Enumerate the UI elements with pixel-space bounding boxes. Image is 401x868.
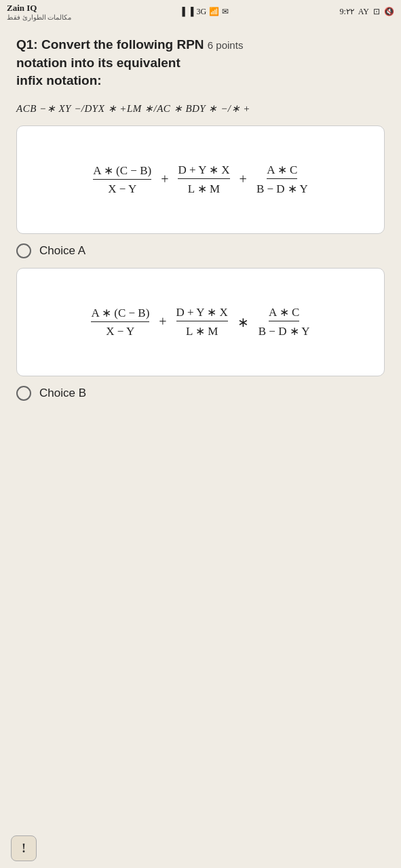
choice-b-den-3: B − D ∗ Y (259, 323, 310, 338)
exclamation-button[interactable]: ! (11, 835, 37, 861)
choice-b-fraction-1: A ∗ (C − B) X − Y (91, 306, 149, 338)
volume-icon: 🔇 (384, 7, 394, 17)
choice-a-fraction-3: A ∗ C B − D ∗ Y (256, 163, 308, 196)
choice-b-card[interactable]: A ∗ (C − B) X − Y + D + Y ∗ X L ∗ M ∗ A … (16, 268, 385, 376)
choice-a-op2: + (240, 172, 247, 187)
question-header: Q1: Convert the following RPN 6 points n… (16, 36, 385, 90)
choice-a-den-1: X − Y (108, 181, 136, 196)
choice-b-op2: ∗ (237, 314, 249, 330)
points-label: 6 points (208, 39, 244, 51)
choice-a-num-2: D + Y ∗ X (178, 163, 229, 179)
choice-b-num-2: D + Y ∗ X (176, 305, 228, 321)
choice-b-den-2: L ∗ M (186, 323, 218, 338)
keyboard-icon: AY (358, 7, 369, 17)
choice-b-fraction-2: D + Y ∗ X L ∗ M (176, 305, 228, 338)
time-display: 9:٢٢ (339, 7, 354, 17)
choice-a-num-1: A ∗ (C − B) (93, 163, 151, 180)
choice-a-radio[interactable] (16, 243, 31, 258)
main-content: Q1: Convert the following RPN 6 points n… (0, 24, 401, 427)
question-line3: infix notation: (16, 73, 102, 87)
choice-b-formula: A ∗ (C − B) X − Y + D + Y ∗ X L ∗ M ∗ A … (91, 305, 309, 338)
status-icons: ✉ 📶 3G ▐▌ (182, 7, 229, 17)
choice-a-fraction-2: D + Y ∗ X L ∗ M (178, 163, 229, 196)
question-label: Q1: Convert the following RPN (16, 37, 204, 52)
choice-a-op1: + (161, 172, 168, 187)
choice-b-row[interactable]: Choice B (16, 386, 385, 401)
rpn-expression: ACB −∗ XY −/DYX ∗ +LM ∗/AC ∗ BDY ∗ −/∗ + (16, 102, 385, 115)
screenshot-icon: ⊡ (373, 7, 380, 17)
choice-b-op1: + (159, 314, 166, 330)
email-icon: ✉ (222, 7, 229, 17)
bottom-bar: ! (0, 829, 401, 868)
choice-b-num-1: A ∗ (C − B) (91, 306, 149, 322)
choice-a-den-3: B − D ∗ Y (256, 180, 308, 196)
signal-label: 3G (196, 7, 206, 17)
choice-a-fraction-1: A ∗ (C − B) X − Y (93, 163, 151, 196)
choice-b-radio[interactable] (16, 386, 31, 401)
choice-b-den-1: X − Y (106, 323, 134, 338)
choice-a-card[interactable]: A ∗ (C − B) X − Y + D + Y ∗ X L ∗ M + A … (16, 125, 385, 234)
status-right: Zain IQ مكالمات الطوارئ فقط (7, 3, 71, 21)
app-name: Zain IQ (7, 3, 37, 14)
status-left: 9:٢٢ AY ⊡ 🔇 (339, 7, 394, 17)
choice-b-fraction-3: A ∗ C B − D ∗ Y (259, 305, 310, 338)
choice-b-label: Choice B (39, 387, 86, 400)
choice-b-num-3: A ∗ C (269, 305, 299, 321)
question-line2: notation into its equivalent (16, 56, 180, 70)
choice-a-formula: A ∗ (C − B) X − Y + D + Y ∗ X L ∗ M + A … (93, 163, 308, 196)
choice-a-num-3: A ∗ C (267, 163, 297, 179)
choice-a-den-2: L ∗ M (188, 180, 220, 196)
signal-bars-icon: ▐▌ (182, 7, 193, 17)
wifi-icon: 📶 (209, 7, 219, 17)
choice-a-label: Choice A (39, 244, 85, 258)
emergency-text: مكالمات الطوارئ فقط (7, 14, 71, 21)
choice-a-row[interactable]: Choice A (16, 243, 385, 258)
status-bar: 9:٢٢ AY ⊡ 🔇 ✉ 📶 3G ▐▌ Zain IQ مكالمات ال… (0, 0, 401, 24)
